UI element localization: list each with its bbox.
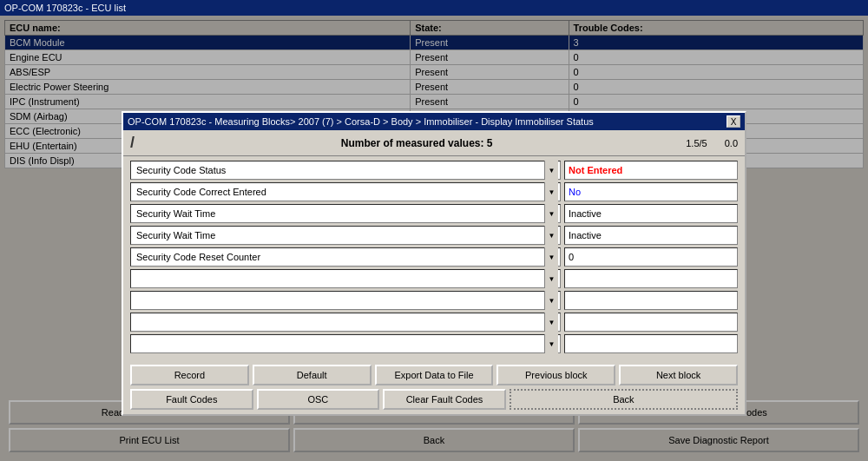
dropdown-arrow-icon[interactable]: ▼: [544, 226, 558, 245]
measure-row: ▼: [130, 291, 738, 310]
fault-codes-button[interactable]: Fault Codes: [130, 389, 253, 410]
dropdown-arrow-icon[interactable]: ▼: [544, 161, 558, 180]
title-bar: OP-COM 170823c - ECU list: [0, 0, 868, 16]
modal-title-bar: OP-COM 170823c - Measuring Blocks> 2007 …: [123, 113, 745, 130]
measure-value: No: [564, 182, 738, 201]
dropdown-arrow-icon[interactable]: ▼: [544, 269, 558, 288]
dropdown-arrow-icon[interactable]: ▼: [544, 182, 558, 201]
modal-dialog: OP-COM 170823c - Measuring Blocks> 2007 …: [122, 111, 746, 416]
measure-dropdown[interactable]: ▼: [130, 291, 561, 310]
main-window: OP-COM 170823c - ECU list ECU name: Stat…: [0, 0, 868, 461]
osc-button[interactable]: OSC: [257, 389, 380, 410]
measure-dropdown[interactable]: Security Code Status▼: [130, 161, 561, 180]
measure-dropdown[interactable]: ▼: [130, 269, 561, 288]
modal-buttons: Record Default Export Data to File Previ…: [123, 360, 745, 414]
modal-overlay: OP-COM 170823c - Measuring Blocks> 2007 …: [0, 16, 868, 461]
dropdown-arrow-icon[interactable]: ▼: [544, 334, 558, 353]
measure-row: Security Code Correct Entered▼No: [130, 182, 738, 201]
modal-btn-row2: Fault Codes OSC Clear Fault Codes Back: [130, 389, 738, 410]
measure-row: Security Wait Time▼Inactive: [130, 226, 738, 245]
measure-value: [564, 291, 738, 310]
modal-body: Security Code Status▼Not EnteredSecurity…: [123, 156, 745, 360]
measure-value: Inactive: [564, 226, 738, 245]
dropdown-arrow-icon[interactable]: ▼: [544, 204, 558, 223]
measure-label: Security Wait Time: [133, 230, 544, 240]
next-block-button[interactable]: Next block: [619, 365, 738, 385]
measure-value: Not Entered: [564, 161, 738, 180]
measure-dropdown[interactable]: Security Wait Time▼: [130, 204, 561, 223]
measure-value: [564, 313, 738, 332]
dropdown-arrow-icon[interactable]: ▼: [544, 313, 558, 332]
dropdown-arrow-icon[interactable]: ▼: [544, 247, 558, 267]
measure-value: [564, 334, 738, 353]
measure-dropdown[interactable]: Security Code Reset Counter▼: [130, 247, 561, 267]
measure-row: ▼: [130, 334, 738, 353]
modal-header-center: Number of measured values: 5: [156, 137, 677, 149]
modal-header-right: 1.5/5 0.0: [686, 138, 738, 148]
modal-page-indicator: 1.5/5: [686, 138, 707, 148]
modal-title: OP-COM 170823c - Measuring Blocks> 2007 …: [128, 116, 594, 127]
modal-close-button[interactable]: X: [727, 115, 740, 128]
default-button[interactable]: Default: [253, 365, 372, 385]
measure-row: Security Wait Time▼Inactive: [130, 204, 738, 223]
modal-nav-label: /: [130, 134, 148, 152]
modal-header: / Number of measured values: 5 1.5/5 0.0: [123, 130, 745, 156]
previous-block-button[interactable]: Previous block: [496, 365, 615, 385]
measure-row: ▼: [130, 313, 738, 332]
measure-value: 0: [564, 247, 738, 267]
record-button[interactable]: Record: [130, 365, 249, 385]
dropdown-arrow-icon[interactable]: ▼: [544, 291, 558, 310]
measure-dropdown[interactable]: Security Code Correct Entered▼: [130, 182, 561, 201]
measure-row: Security Code Reset Counter▼0: [130, 247, 738, 267]
export-data-button[interactable]: Export Data to File: [375, 365, 494, 385]
measure-label: Security Code Status: [133, 165, 544, 175]
modal-back-button[interactable]: Back: [510, 389, 738, 410]
ecu-list-area: ECU name: State: Trouble Codes: BCM Modu…: [0, 16, 868, 461]
measure-dropdown[interactable]: ▼: [130, 313, 561, 332]
measure-value: Inactive: [564, 204, 738, 223]
title-bar-label: OP-COM 170823c - ECU list: [4, 3, 126, 13]
clear-fault-codes-button[interactable]: Clear Fault Codes: [383, 389, 506, 410]
measure-label: Security Code Reset Counter: [133, 252, 544, 262]
measure-row: Security Code Status▼Not Entered: [130, 161, 738, 180]
measure-dropdown[interactable]: Security Wait Time▼: [130, 226, 561, 245]
measure-label: Security Wait Time: [133, 208, 544, 219]
measure-label: Security Code Correct Entered: [133, 187, 544, 197]
measure-value: [564, 269, 738, 288]
measure-dropdown[interactable]: ▼: [130, 334, 561, 353]
measure-row: ▼: [130, 269, 738, 288]
modal-btn-row1: Record Default Export Data to File Previ…: [130, 365, 738, 385]
modal-value-indicator: 0.0: [725, 138, 738, 148]
